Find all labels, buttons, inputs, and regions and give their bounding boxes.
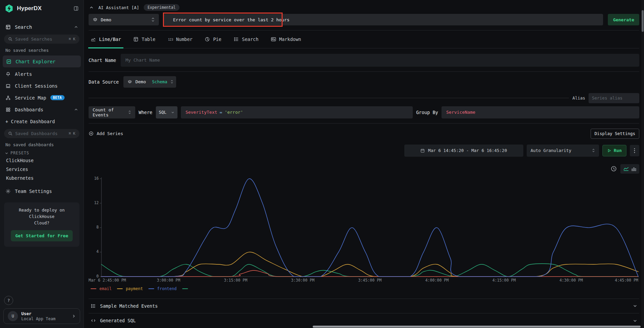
- ai-assistant-title: AI Assistant [A]: [98, 5, 139, 10]
- sidebar-item-alerts[interactable]: Alerts: [0, 68, 84, 80]
- updown-chevron-icon: [151, 17, 155, 22]
- ai-source-select[interactable]: Demo: [89, 14, 159, 25]
- y-tick-label: 4: [89, 249, 99, 254]
- promo-text-line2: Cloud?: [7, 220, 76, 226]
- chevron-right-icon: [72, 314, 76, 318]
- chart-explorer-icon: [6, 59, 11, 64]
- user-team: Local App Team: [21, 316, 55, 321]
- hyperdx-logo-icon: [5, 4, 14, 13]
- horizontal-scrollbar-thumb[interactable]: [313, 326, 641, 328]
- chart-name-row: Chart Name: [89, 54, 639, 67]
- preset-services[interactable]: Services: [0, 165, 84, 174]
- alias-label: Alias: [572, 95, 585, 101]
- divider-line: [89, 98, 569, 98]
- tab-search[interactable]: Search: [234, 30, 259, 48]
- no-saved-searches-text: No saved searches: [0, 45, 84, 55]
- alias-row: Alias: [89, 93, 639, 103]
- help-button[interactable]: ?: [4, 296, 13, 305]
- user-menu[interactable]: U User Local App Team: [3, 308, 80, 324]
- sidebar-item-chart-explorer[interactable]: Chart Explorer: [3, 56, 81, 67]
- chart-name-input[interactable]: [121, 54, 639, 67]
- display-settings-button[interactable]: Display Settings: [591, 129, 639, 139]
- saved-searches-input[interactable]: ⌘ K: [4, 35, 79, 44]
- chart-name-label: Chart Name: [89, 58, 116, 63]
- tab-table[interactable]: Table: [133, 30, 156, 48]
- get-started-button[interactable]: Get Started for Free: [11, 230, 73, 241]
- bar-view-toggle-icon[interactable]: [631, 166, 637, 172]
- time-range-picker[interactable]: Mar 6 14:45:20 - Mar 6 16:45:20: [404, 145, 523, 157]
- saved-dashboards-field[interactable]: [15, 131, 66, 136]
- y-tick-label: 16: [89, 176, 99, 181]
- preset-kubernetes[interactable]: Kubernetes: [0, 174, 84, 182]
- preset-clickhouse[interactable]: ClickHouse: [0, 156, 84, 165]
- saved-dashboards-input[interactable]: ⌘ K: [4, 129, 79, 138]
- granularity-select[interactable]: Auto Granularity: [527, 145, 599, 157]
- tab-number[interactable]: 123 Number: [168, 30, 193, 48]
- add-series-button[interactable]: Add Series: [89, 131, 123, 136]
- generate-button[interactable]: Generate: [608, 14, 639, 25]
- tab-pie[interactable]: Pie: [205, 30, 221, 48]
- clock-icon[interactable]: [611, 166, 617, 172]
- data-source-row: Data Source Demo Schema: [89, 76, 639, 88]
- ai-prompt-input[interactable]: [164, 14, 603, 25]
- sidebar-item-dashboards[interactable]: Dashboards: [0, 104, 84, 115]
- sidebar-item-client-sessions[interactable]: Client Sessions: [0, 80, 84, 92]
- tab-markdown[interactable]: Markdown: [271, 30, 301, 48]
- language-select[interactable]: SQL: [156, 106, 177, 118]
- chevron-down-icon: [633, 319, 637, 323]
- schema-link[interactable]: Schema: [152, 79, 167, 84]
- legend-label: email: [99, 286, 112, 291]
- legend-item[interactable]: frontend: [148, 286, 177, 291]
- user-name: User: [21, 311, 55, 316]
- series-alias-input[interactable]: [589, 93, 639, 103]
- legend-item[interactable]: payment: [117, 286, 143, 291]
- sidebar-item-team-settings[interactable]: Team Settings: [0, 185, 84, 197]
- saved-dashboards-shortcut: ⌘ K: [69, 131, 75, 136]
- more-options-button[interactable]: [630, 145, 639, 156]
- sidebar-item-service-map[interactable]: Service Map BETA: [0, 92, 84, 104]
- y-tick-label: 8: [89, 225, 99, 229]
- pie-chart-icon: [205, 37, 210, 42]
- legend-dash: [182, 288, 188, 289]
- x-tick-label: 3:00:00 PM: [157, 278, 180, 283]
- run-button[interactable]: Run: [602, 145, 626, 156]
- scrollbar-thumb[interactable]: [642, 10, 644, 32]
- svg-text:123: 123: [168, 38, 173, 41]
- y-tick-label: 12: [89, 200, 99, 205]
- promo-text-line1: Ready to deploy on ClickHouse: [7, 207, 76, 220]
- chevron-down-icon: [171, 111, 174, 114]
- clickhouse-cloud-promo: Ready to deploy on ClickHouse Cloud? Get…: [4, 202, 79, 247]
- line-view-toggle-icon[interactable]: [623, 166, 629, 172]
- legend-item[interactable]: email: [91, 286, 112, 291]
- chevron-up-icon[interactable]: [74, 25, 78, 29]
- search-section-icon: [5, 24, 11, 30]
- series-builder-row: Count of Events Where SQL SeverityText =…: [89, 106, 639, 118]
- sidebar-section-search[interactable]: Search: [0, 21, 84, 33]
- legend-item[interactable]: [182, 288, 191, 289]
- updown-chevron-icon: [128, 110, 131, 114]
- chart-legend: emailpaymentfrontend: [89, 286, 639, 292]
- play-icon: [607, 149, 611, 153]
- collapse-sidebar-icon[interactable]: [73, 6, 79, 11]
- tab-line-bar[interactable]: Line/Bar: [91, 30, 121, 48]
- where-clause-input[interactable]: SeverityText = 'error': [181, 106, 413, 118]
- layers-icon: [127, 80, 132, 84]
- main-content: AI Assistant [A] Experimental Demo Gener…: [84, 0, 644, 328]
- aggregation-select[interactable]: Count of Events: [89, 106, 135, 118]
- data-source-select[interactable]: Demo Schema: [123, 76, 176, 88]
- saved-searches-field[interactable]: [15, 37, 66, 42]
- vertical-scrollbar[interactable]: [641, 0, 644, 328]
- chart-svg: [89, 176, 639, 277]
- sample-matched-events-section[interactable]: Sample Matched Events: [89, 299, 639, 313]
- collapse-ai-icon[interactable]: [89, 5, 94, 10]
- run-controls-row: Mar 6 14:45:20 - Mar 6 16:45:20 Auto Gra…: [89, 145, 639, 157]
- chevron-up-icon[interactable]: [74, 108, 78, 112]
- presets-header[interactable]: PRESETS: [0, 148, 84, 156]
- sidebar: HyperDX Search ⌘ K No saved searches Cha…: [0, 0, 84, 328]
- no-saved-dashboards-text: No saved dashboards: [0, 139, 84, 148]
- service-map-icon: [5, 95, 11, 101]
- create-dashboard-button[interactable]: + Create Dashboard: [0, 115, 84, 128]
- group-by-input[interactable]: ServiceName: [442, 106, 639, 118]
- chart-type-tabs: Line/Bar Table 123 Number Pie Search Mar…: [89, 30, 639, 48]
- legend-label: frontend: [157, 286, 177, 291]
